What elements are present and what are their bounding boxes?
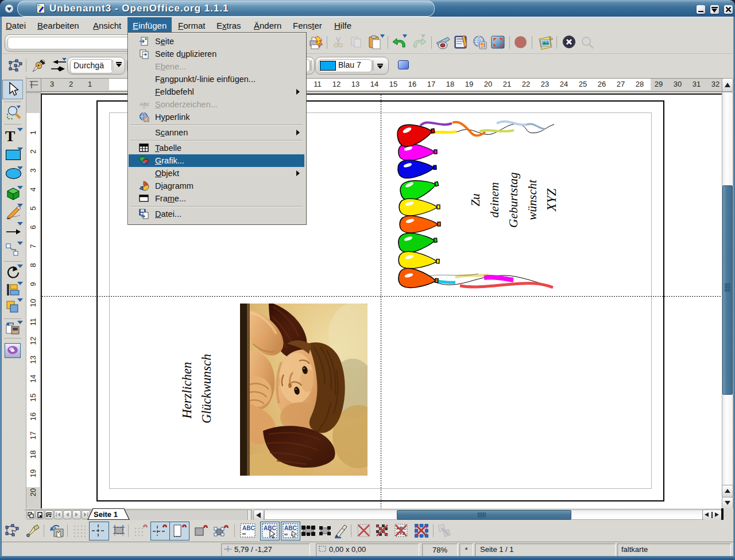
svg-text:ABC: ABC [284,525,297,531]
svg-text:ABC: ABC [242,525,255,531]
svg-text:ABC: ABC [140,102,149,107]
